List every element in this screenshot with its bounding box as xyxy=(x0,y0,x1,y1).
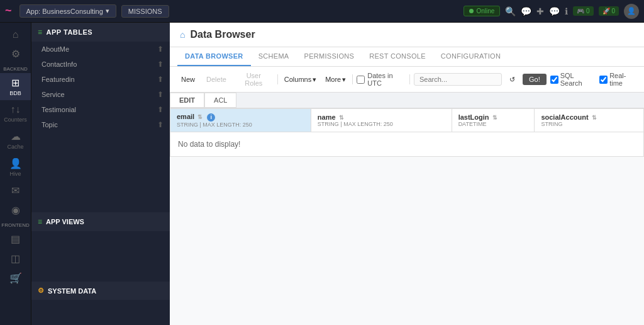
online-dot-icon xyxy=(469,9,474,13)
data-table: email ⇅ i STRING | MAX LENGTH: 250 name … xyxy=(170,108,644,157)
info-icon[interactable]: ℹ xyxy=(565,6,568,16)
table-item-topic[interactable]: Topic ⬆ xyxy=(31,117,170,132)
sidebar-pages[interactable]: ▤ xyxy=(0,229,31,249)
top-navbar: ~ App: BusinessConsulting ▾ MISSIONS Onl… xyxy=(0,0,644,23)
col-email-sub: STRING | MAX LENGTH: 250 xyxy=(177,122,304,128)
main-layout: ⌂ ⚙ BACKEND ⊞ BDB ↑↓ Counters ☁ Cache 👤 … xyxy=(0,23,644,325)
col-name[interactable]: name ⇅ STRING | MAX LENGTH: 250 xyxy=(311,109,452,132)
table-item-testimonial[interactable]: Testimonial ⬆ xyxy=(31,102,170,117)
col-socialaccount[interactable]: socialAccount ⇅ STRING xyxy=(535,109,644,132)
pages-icon: ▤ xyxy=(11,233,20,245)
upload-icon: ⬆ xyxy=(157,105,164,114)
sql-search-toggle[interactable]: SQL Search xyxy=(550,72,594,87)
cache-label: Cache xyxy=(7,144,23,150)
sidebar-settings[interactable]: ⚙ xyxy=(0,44,31,64)
chat-icon[interactable]: 💬 xyxy=(521,6,531,16)
hive-icon: 👤 xyxy=(9,157,22,169)
tables-list: AboutMe ⬆ ContactInfo ⬆ Featuredin ⬆ Ser… xyxy=(31,42,170,132)
toolbar-divider2 xyxy=(352,74,353,84)
columns-dropdown[interactable]: Columns ▾ xyxy=(282,74,319,85)
col-lastlogin[interactable]: lastLogin ⇅ DATETIME xyxy=(452,109,535,132)
table-name: Testimonial xyxy=(42,106,76,113)
dates-utc-checkbox[interactable]: Dates in UTC xyxy=(357,72,406,87)
sidebar-cart[interactable]: 🛒 xyxy=(0,268,31,288)
media-icon: ◉ xyxy=(11,204,20,216)
home-icon: ⌂ xyxy=(13,29,19,40)
delete-button[interactable]: Delete xyxy=(203,74,230,84)
dates-utc-input[interactable] xyxy=(357,76,365,84)
table-header-row: email ⇅ i STRING | MAX LENGTH: 250 name … xyxy=(170,109,644,132)
upload-icon: ⬆ xyxy=(157,120,164,129)
frontend-label: FRONTEND xyxy=(1,222,29,228)
table-name: Featuredin xyxy=(42,76,75,83)
main-content: ⌂ Data Browser DATA BROWSER SCHEMA PERMI… xyxy=(170,23,644,325)
edit-acl-bar: EDIT ACL xyxy=(170,93,644,108)
sidebar-hive[interactable]: 👤 Hive xyxy=(0,154,31,181)
toolbar-divider3 xyxy=(409,74,410,84)
system-data-label: SYSTEM DATA xyxy=(48,287,96,295)
sql-search-checkbox[interactable] xyxy=(550,76,558,84)
app-views-header[interactable]: ≡ APP VIEWS xyxy=(31,212,170,231)
system-data-icon: ⚙ xyxy=(38,287,44,295)
sidebar-home[interactable]: ⌂ xyxy=(0,25,31,44)
sidebar-forms[interactable]: ◫ xyxy=(0,249,31,268)
tab-permissions[interactable]: PERMISSIONS xyxy=(297,47,362,66)
tab-data-browser[interactable]: DATA BROWSER xyxy=(177,47,251,66)
counters-label: Counters xyxy=(4,117,27,123)
tab-rest-console[interactable]: REST CONSOLE xyxy=(362,47,433,66)
table-item-featuredin[interactable]: Featuredin ⬆ xyxy=(31,72,170,87)
app-selector-button[interactable]: App: BusinessConsulting ▾ xyxy=(19,4,116,18)
app-views-label: APP VIEWS xyxy=(46,218,84,225)
edit-button[interactable]: EDIT xyxy=(170,93,204,108)
table-name: ContactInfo xyxy=(42,60,77,68)
dates-utc-label: Dates in UTC xyxy=(367,72,406,87)
counters-icon: ↑↓ xyxy=(11,104,21,115)
add-icon[interactable]: ✚ xyxy=(536,6,544,16)
col-info-icon[interactable]: i xyxy=(207,113,215,122)
new-button[interactable]: New xyxy=(177,74,199,84)
user-avatar[interactable]: 👤 xyxy=(624,4,639,19)
realtime-checkbox[interactable] xyxy=(599,76,608,84)
nav-right: Online 🔍 💬 ✚ 💬 ℹ 🎮 0 🚀 0 👤 xyxy=(464,4,639,19)
more-dropdown[interactable]: More ▾ xyxy=(323,74,348,85)
missions-button[interactable]: MISSIONS xyxy=(121,5,169,18)
app-tables-header[interactable]: ≡ APP TABLES xyxy=(31,23,170,42)
sidebar-counters[interactable]: ↑↓ Counters xyxy=(0,100,31,127)
sql-search-label-text: SQL Search xyxy=(560,72,594,87)
sidebar-bdb[interactable]: ⊞ BDB xyxy=(0,73,31,100)
message-icon[interactable]: 💬 xyxy=(549,6,560,16)
system-data-body xyxy=(31,300,170,325)
col-email[interactable]: email ⇅ i STRING | MAX LENGTH: 250 xyxy=(170,109,311,132)
app-views-body xyxy=(31,231,170,282)
sidebar-email[interactable]: ✉ xyxy=(0,181,31,200)
email-icon: ✉ xyxy=(11,185,19,197)
columns-chevron-icon: ▾ xyxy=(313,76,316,84)
table-item-aboutme[interactable]: AboutMe ⬆ xyxy=(31,42,170,57)
refresh-button[interactable]: ↺ xyxy=(506,74,519,85)
sidebar-cache[interactable]: ☁ Cache xyxy=(0,127,31,154)
gear-icon: ⚙ xyxy=(11,48,20,60)
tab-configuration[interactable]: CONFIGURATION xyxy=(433,47,508,66)
bdb-icon: ⊞ xyxy=(11,77,19,89)
system-data-header[interactable]: ⚙ SYSTEM DATA xyxy=(31,282,170,300)
online-status: Online xyxy=(464,6,500,16)
tab-schema[interactable]: SCHEMA xyxy=(251,47,297,66)
user-roles-button[interactable]: User Roles xyxy=(234,71,274,88)
acl-button[interactable]: ACL xyxy=(204,93,236,108)
cache-icon: ☁ xyxy=(11,130,21,142)
toolbar: New Delete User Roles Columns ▾ More ▾ D… xyxy=(170,67,644,93)
credit-badge-2: 🚀 0 xyxy=(599,6,619,16)
search-input[interactable] xyxy=(414,73,502,86)
go-button[interactable]: Go! xyxy=(523,74,547,85)
nav-left: ~ App: BusinessConsulting ▾ MISSIONS xyxy=(5,4,169,18)
col-socialaccount-sub: STRING xyxy=(541,121,637,127)
col-sort-icon: ⇅ xyxy=(197,114,203,120)
sidebar-media[interactable]: ◉ xyxy=(0,200,31,220)
table-name: Topic xyxy=(42,121,58,128)
table-item-contactinfo[interactable]: ContactInfo ⬆ xyxy=(31,57,170,72)
col-sort-icon: ⇅ xyxy=(339,115,344,121)
home-breadcrumb-icon[interactable]: ⌂ xyxy=(180,30,185,40)
search-icon[interactable]: 🔍 xyxy=(505,6,516,16)
realtime-toggle[interactable]: Real-time xyxy=(599,72,636,87)
table-item-service[interactable]: Service ⬆ xyxy=(31,87,170,102)
